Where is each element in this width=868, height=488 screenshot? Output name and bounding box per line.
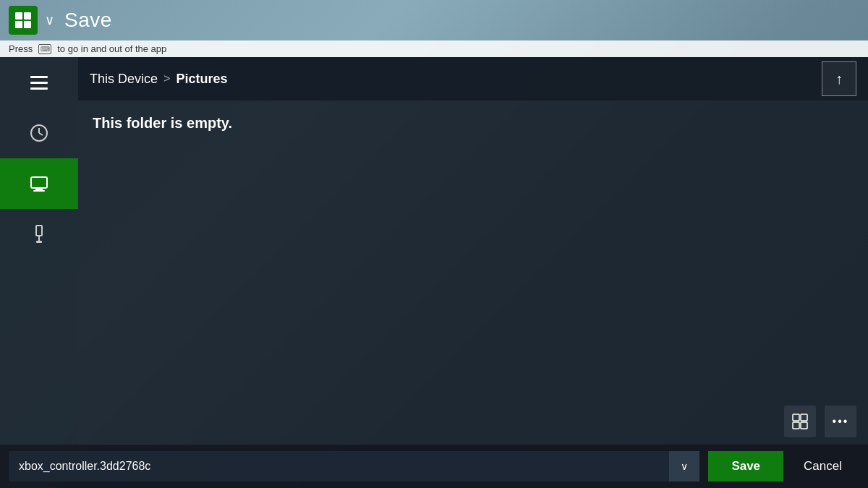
hint-text-prefix: Press	[9, 43, 33, 54]
svg-rect-13	[793, 414, 799, 421]
empty-folder-message: This folder is empty.	[93, 115, 232, 131]
view-toggle-button[interactable]	[784, 406, 816, 437]
folder-content: This folder is empty.	[78, 100, 868, 398]
app-title: Save	[64, 9, 112, 32]
breadcrumb-current: Pictures	[176, 72, 227, 87]
svg-line-6	[39, 133, 43, 135]
cancel-button[interactable]: Cancel	[786, 451, 859, 481]
breadcrumb: This Device > Pictures	[90, 72, 227, 87]
clock-icon	[29, 123, 49, 143]
sidebar-item-usb[interactable]	[0, 209, 78, 260]
up-button[interactable]: ↑	[822, 61, 856, 96]
content-area: This Device > Pictures ↑ This folder is …	[78, 57, 868, 445]
svg-rect-8	[35, 188, 43, 190]
view-icon	[792, 414, 808, 429]
svg-rect-16	[801, 422, 807, 429]
keyboard-icon: ⌨	[38, 44, 51, 54]
usb-icon	[29, 224, 49, 244]
svg-rect-1	[24, 12, 31, 20]
filename-dropdown-button[interactable]: ∨	[669, 451, 699, 481]
more-icon: •••	[833, 415, 849, 428]
sidebar	[0, 57, 78, 445]
filename-input[interactable]	[9, 451, 669, 481]
svg-rect-3	[24, 21, 31, 28]
save-bar: ∨ Save Cancel	[0, 445, 868, 488]
ui-overlay: ∨ Save Press ⌨ to go in and out of the a…	[0, 0, 868, 488]
save-button[interactable]: Save	[708, 451, 783, 481]
app-icon[interactable]	[9, 6, 38, 35]
device-icon	[29, 174, 49, 194]
chevron-down-icon: ∨	[681, 461, 688, 472]
up-arrow-icon: ↑	[835, 71, 843, 87]
title-dropdown-arrow[interactable]: ∨	[45, 12, 54, 28]
sidebar-item-recent[interactable]	[0, 108, 78, 158]
svg-rect-10	[36, 226, 42, 236]
svg-rect-12	[36, 241, 42, 243]
breadcrumb-separator: >	[163, 72, 170, 85]
svg-rect-14	[801, 414, 807, 421]
svg-rect-0	[15, 12, 22, 20]
bottom-toolbar: •••	[78, 398, 868, 445]
sidebar-item-menu[interactable]	[0, 57, 78, 108]
svg-rect-15	[793, 422, 799, 429]
sidebar-item-this-device[interactable]	[0, 158, 78, 209]
hint-text-suffix: to go in and out of the app	[57, 43, 166, 54]
more-options-button[interactable]: •••	[825, 406, 856, 437]
main-panel: This Device > Pictures ↑ This folder is …	[0, 57, 868, 445]
svg-rect-7	[31, 177, 47, 188]
breadcrumb-root[interactable]: This Device	[90, 72, 158, 87]
hamburger-icon	[30, 76, 48, 90]
breadcrumb-bar: This Device > Pictures ↑	[78, 57, 868, 100]
hint-bar: Press ⌨ to go in and out of the app	[0, 40, 868, 57]
svg-rect-9	[33, 190, 45, 192]
svg-rect-2	[15, 21, 22, 28]
title-bar: ∨ Save	[0, 0, 868, 40]
